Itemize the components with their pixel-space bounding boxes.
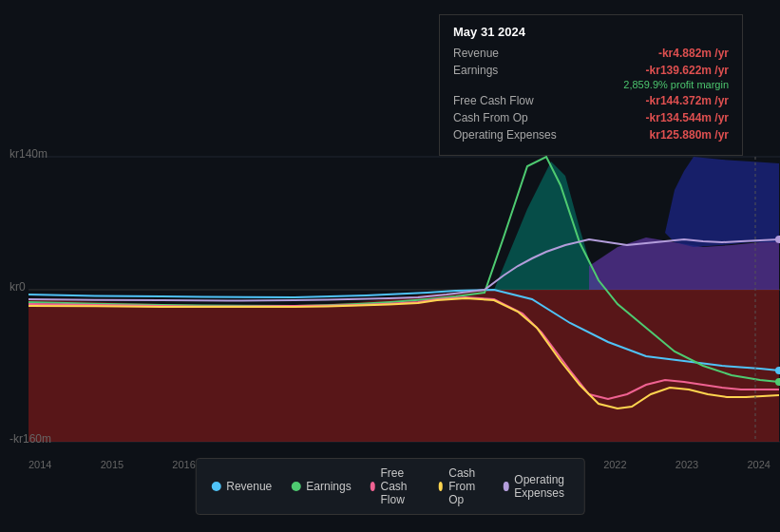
tooltip-label-revenue: Revenue xyxy=(453,47,567,60)
tooltip-sub-margin: 2,859.9% profit margin xyxy=(453,79,729,90)
legend-item-fcf[interactable]: Free Cash Flow xyxy=(371,466,420,506)
legend-dot-fcf xyxy=(371,482,375,491)
tooltip-value-cashfromop: -kr134.544m /yr xyxy=(646,111,729,124)
tooltip-value-revenue: -kr4.882m /yr xyxy=(658,47,729,60)
legend-dot-opex xyxy=(504,482,508,491)
legend-label-cashfromop: Cash From Op xyxy=(448,466,485,506)
tooltip-row-cashfromop: Cash From Op -kr134.544m /yr xyxy=(453,111,729,124)
tooltip-value-opex: kr125.880m /yr xyxy=(650,128,729,142)
legend-dot-revenue xyxy=(211,482,220,491)
tooltip-value-fcf: -kr144.372m /yr xyxy=(646,94,729,107)
tooltip-row-revenue: Revenue -kr4.882m /yr xyxy=(453,47,729,60)
x-label-2023: 2023 xyxy=(675,459,698,470)
tooltip-value-earnings: -kr139.622m /yr xyxy=(646,64,729,77)
tooltip-label-fcf: Free Cash Flow xyxy=(453,94,567,107)
tooltip-row-opex: Operating Expenses kr125.880m /yr xyxy=(453,128,729,142)
tooltip-row-fcf: Free Cash Flow -kr144.372m /yr xyxy=(453,94,729,107)
y-axis-top-label: kr140m xyxy=(10,147,48,161)
legend-dot-earnings xyxy=(291,482,300,491)
tooltip-label-cashfromop: Cash From Op xyxy=(453,111,567,124)
legend-dot-cashfromop xyxy=(438,482,443,491)
legend-item-revenue[interactable]: Revenue xyxy=(211,480,272,493)
x-label-2014: 2014 xyxy=(29,459,51,470)
y-axis-bottom-label: -kr160m xyxy=(10,432,51,446)
legend-item-opex[interactable]: Operating Expenses xyxy=(504,473,569,500)
tooltip-row-earnings: Earnings -kr139.622m /yr xyxy=(453,64,729,77)
tooltip-date: May 31 2024 xyxy=(453,25,729,39)
legend-label-earnings: Earnings xyxy=(306,480,351,493)
y-axis-zero-label: kr0 xyxy=(10,280,26,294)
chart-container: kr140m kr0 -kr160m 2014 2015 2016 2017 2… xyxy=(0,0,780,532)
legend-label-fcf: Free Cash Flow xyxy=(381,466,420,506)
legend-label-opex: Operating Expenses xyxy=(514,473,568,500)
x-label-2022: 2022 xyxy=(603,459,626,470)
legend-item-earnings[interactable]: Earnings xyxy=(291,480,351,493)
x-label-2016: 2016 xyxy=(172,459,195,470)
x-label-2024: 2024 xyxy=(747,459,770,470)
tooltip-label-earnings: Earnings xyxy=(453,64,567,77)
legend: Revenue Earnings Free Cash Flow Cash Fro… xyxy=(195,458,585,515)
tooltip-box: May 31 2024 Revenue -kr4.882m /yr Earnin… xyxy=(439,14,743,156)
x-label-2015: 2015 xyxy=(101,459,124,470)
tooltip-label-opex: Operating Expenses xyxy=(453,128,567,142)
legend-label-revenue: Revenue xyxy=(226,480,272,493)
legend-item-cashfromop[interactable]: Cash From Op xyxy=(438,466,485,506)
